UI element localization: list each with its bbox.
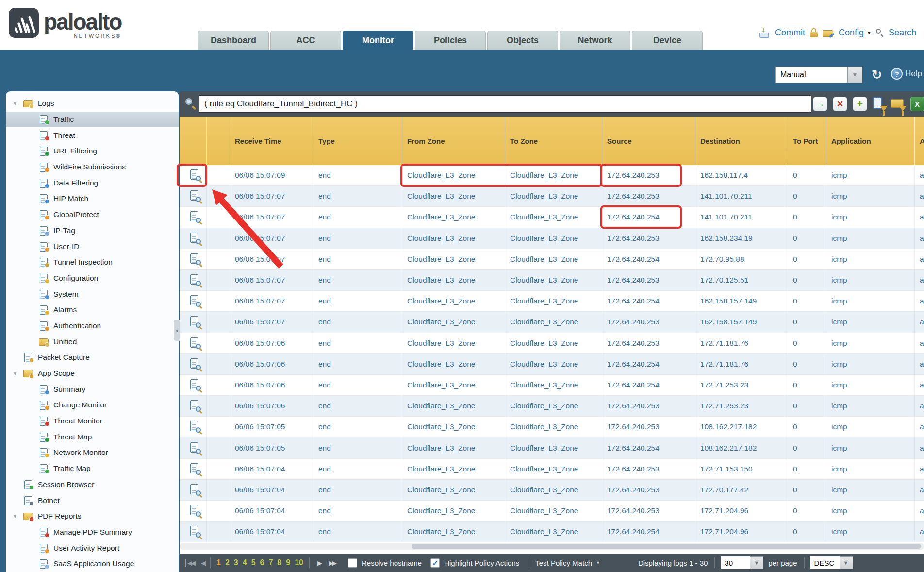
tab-dashboard[interactable]: Dashboard — [198, 31, 269, 50]
cell-receive-time[interactable]: 06/06 15:07:06 — [230, 333, 313, 353]
sidebar-item-session-browser[interactable]: ▼Session Browser — [6, 477, 179, 493]
sidebar-item-user-activity-report[interactable]: User Activity Report — [6, 540, 179, 556]
cell-application[interactable]: icmp — [826, 417, 914, 437]
help-control[interactable]: ? Help — [891, 68, 922, 80]
cell-receive-time[interactable]: 06/06 15:07:07 — [230, 186, 313, 206]
page-number-4[interactable]: 4 — [243, 558, 247, 567]
cell-to-port[interactable]: 0 — [788, 522, 826, 542]
sidebar-item-ip-tag[interactable]: IP-Tag — [6, 223, 179, 239]
cell-action[interactable]: a — [914, 165, 924, 185]
col-header-destination[interactable]: Destination — [695, 117, 788, 165]
cell-destination[interactable]: 172.71.204.96 — [695, 501, 788, 521]
cell-type[interactable]: end — [313, 228, 402, 249]
cell-source[interactable]: 172.64.240.253 — [602, 417, 695, 437]
sidebar-item-system[interactable]: System — [6, 286, 179, 302]
cell-action[interactable]: a — [914, 437, 924, 458]
search-link[interactable]: Search — [889, 28, 916, 38]
log-detail-magnifier-icon[interactable] — [190, 379, 200, 391]
cell-source[interactable]: 172.64.240.253 — [602, 312, 695, 332]
col-header-action[interactable]: A — [914, 117, 924, 165]
cell-type[interactable]: end — [313, 291, 402, 311]
per-page-dropdown-icon[interactable]: ▼ — [750, 556, 763, 569]
load-filter-icon[interactable] — [891, 97, 907, 111]
cell-type[interactable]: end — [313, 354, 402, 374]
cell-action[interactable]: a — [914, 480, 924, 500]
cell-from-zone[interactable]: Cloudflare_L3_Zone — [402, 165, 505, 185]
sidebar-item-botnet[interactable]: ▼Botnet — [6, 492, 179, 508]
export-logs-icon[interactable]: X — [910, 97, 924, 111]
cell-action[interactable]: a — [914, 522, 924, 542]
cell-to-zone[interactable]: Cloudflare_L3_Zone — [505, 459, 602, 479]
cell-to-port[interactable]: 0 — [788, 207, 826, 227]
cell-from-zone[interactable]: Cloudflare_L3_Zone — [402, 459, 505, 479]
cell-destination[interactable]: 172.71.181.76 — [695, 333, 788, 353]
log-detail-magnifier-icon[interactable] — [190, 233, 200, 244]
cell-receive-time[interactable]: 06/06 15:07:06 — [230, 375, 313, 395]
cell-application[interactable]: icmp — [826, 270, 914, 290]
col-header-application[interactable]: Application — [826, 117, 914, 165]
cell-from-zone[interactable]: Cloudflare_L3_Zone — [402, 186, 505, 206]
log-detail-magnifier-icon[interactable] — [190, 295, 200, 307]
cell-receive-time[interactable]: 06/06 15:07:06 — [230, 396, 313, 416]
cell-application[interactable]: icmp — [826, 396, 914, 416]
cell-to-port[interactable]: 0 — [788, 459, 826, 479]
sidebar-item-traffic-map[interactable]: Traffic Map — [6, 461, 179, 477]
cell-from-zone[interactable]: Cloudflare_L3_Zone — [402, 522, 505, 542]
cell-destination[interactable]: 172.71.253.23 — [695, 396, 788, 416]
sidebar-item-traffic[interactable]: Traffic — [6, 112, 179, 128]
log-detail-magnifier-icon[interactable] — [190, 526, 200, 538]
cell-source[interactable]: 172.64.240.254 — [602, 207, 695, 227]
cell-source[interactable]: 172.64.240.253 — [602, 480, 695, 500]
cell-to-zone[interactable]: Cloudflare_L3_Zone — [505, 312, 602, 332]
tab-network[interactable]: Network — [560, 31, 630, 50]
horizontal-scrollbar-thumb[interactable] — [412, 544, 921, 549]
cell-receive-time[interactable]: 06/06 15:07:07 — [230, 228, 313, 249]
cell-receive-time[interactable]: 06/06 15:07:06 — [230, 354, 313, 374]
highlight-policy-actions-checkbox[interactable]: ✓ — [430, 558, 440, 568]
first-page-icon[interactable]: ◀◀ — [185, 559, 194, 567]
log-detail-magnifier-icon[interactable] — [190, 505, 200, 517]
sidebar-item-saas-application-usage[interactable]: SaaS Application Usage — [6, 556, 179, 572]
cell-application[interactable]: icmp — [826, 459, 914, 479]
cell-from-zone[interactable]: Cloudflare_L3_Zone — [402, 207, 505, 227]
cell-receive-time[interactable]: 06/06 15:07:04 — [230, 501, 313, 521]
col-header-to-zone[interactable]: To Zone — [505, 117, 602, 165]
sidebar-item-wildfire-submissions[interactable]: WildFire Submissions — [6, 159, 179, 175]
cell-source[interactable]: 172.64.240.254 — [602, 522, 695, 542]
cell-action[interactable]: a — [914, 396, 924, 416]
cell-type[interactable]: end — [313, 480, 402, 500]
tab-monitor[interactable]: Monitor — [343, 31, 413, 50]
disclosure-triangle-icon[interactable]: ▼ — [13, 101, 23, 106]
refresh-mode-select[interactable]: Manual — [776, 67, 847, 83]
cell-application[interactable]: icmp — [826, 186, 914, 206]
cell-application[interactable]: icmp — [826, 375, 914, 395]
resolve-hostname-checkbox[interactable] — [348, 558, 357, 568]
cell-destination[interactable]: 162.158.117.4 — [695, 165, 788, 185]
cell-application[interactable]: icmp — [826, 312, 914, 332]
cell-source[interactable]: 172.64.240.254 — [602, 249, 695, 269]
cell-from-zone[interactable]: Cloudflare_L3_Zone — [402, 291, 505, 311]
sidebar-item-alarms[interactable]: Alarms — [6, 302, 179, 318]
log-detail-magnifier-icon[interactable] — [190, 463, 200, 475]
cell-type[interactable]: end — [313, 522, 402, 542]
cell-source[interactable]: 172.64.240.254 — [602, 291, 695, 311]
cell-from-zone[interactable]: Cloudflare_L3_Zone — [402, 480, 505, 500]
log-detail-magnifier-icon[interactable] — [190, 169, 200, 181]
col-header-receive-time[interactable]: Receive Time — [230, 117, 313, 165]
cell-from-zone[interactable]: Cloudflare_L3_Zone — [402, 270, 505, 290]
cell-to-zone[interactable]: Cloudflare_L3_Zone — [505, 186, 602, 206]
cell-from-zone[interactable]: Cloudflare_L3_Zone — [402, 312, 505, 332]
log-detail-magnifier-icon[interactable] — [190, 337, 200, 349]
cell-to-zone[interactable]: Cloudflare_L3_Zone — [505, 437, 602, 458]
next-page-icon[interactable]: ▶ — [317, 559, 321, 567]
col-header-source[interactable]: Source — [602, 117, 695, 165]
cell-source[interactable]: 172.64.240.253 — [602, 396, 695, 416]
cell-application[interactable]: icmp — [826, 501, 914, 521]
cell-source[interactable]: 172.64.240.253 — [602, 270, 695, 290]
sidebar-item-threat-monitor[interactable]: Threat Monitor — [6, 413, 179, 429]
cell-from-zone[interactable]: Cloudflare_L3_Zone — [402, 333, 505, 353]
log-detail-magnifier-icon[interactable] — [190, 211, 200, 223]
sidebar-item-data-filtering[interactable]: Data Filtering — [6, 175, 179, 191]
cell-receive-time[interactable]: 06/06 15:07:04 — [230, 459, 313, 479]
cell-source[interactable]: 172.64.240.253 — [602, 186, 695, 206]
